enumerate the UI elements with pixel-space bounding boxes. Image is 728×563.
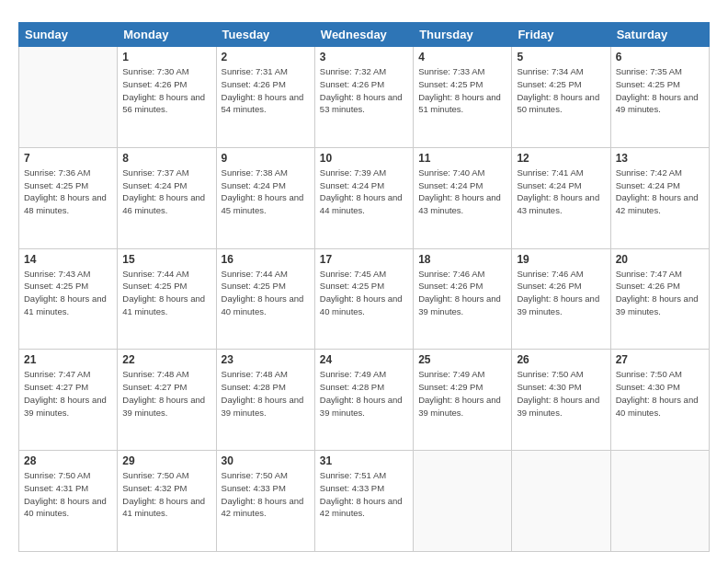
day-number: 10: [320, 152, 408, 165]
calendar-cell: 27Sunrise: 7:50 AMSunset: 4:30 PMDayligh…: [610, 350, 709, 451]
day-info: Sunrise: 7:36 AMSunset: 4:25 PMDaylight:…: [24, 167, 112, 217]
calendar-cell: 4Sunrise: 7:33 AMSunset: 4:25 PMDaylight…: [414, 47, 512, 148]
day-number: 19: [517, 253, 605, 266]
day-number: 11: [418, 152, 506, 165]
day-info: Sunrise: 7:48 AMSunset: 4:28 PMDaylight:…: [222, 368, 310, 419]
day-info: Sunrise: 7:47 AMSunset: 4:27 PMDaylight:…: [24, 368, 112, 419]
calendar-cell: 16Sunrise: 7:44 AMSunset: 4:25 PMDayligh…: [216, 248, 314, 350]
day-number: 7: [24, 152, 112, 165]
day-info: Sunrise: 7:49 AMSunset: 4:28 PMDaylight:…: [320, 368, 408, 419]
calendar-cell: 7Sunrise: 7:36 AMSunset: 4:25 PMDaylight…: [19, 147, 118, 248]
day-number: 26: [517, 353, 605, 366]
day-info: Sunrise: 7:50 AMSunset: 4:32 PMDaylight:…: [122, 469, 210, 520]
calendar-cell: 10Sunrise: 7:39 AMSunset: 4:24 PMDayligh…: [314, 147, 413, 248]
day-number: 23: [222, 353, 310, 366]
day-header-thursday: Thursday: [414, 23, 512, 47]
calendar-cell: 24Sunrise: 7:49 AMSunset: 4:28 PMDayligh…: [314, 350, 413, 451]
calendar-cell: [610, 451, 709, 552]
day-number: 5: [517, 51, 605, 63]
day-header-tuesday: Tuesday: [216, 23, 314, 47]
day-number: 2: [222, 51, 310, 63]
calendar-cell: [512, 451, 610, 552]
calendar-cell: 14Sunrise: 7:43 AMSunset: 4:25 PMDayligh…: [19, 248, 118, 350]
calendar-cell: 19Sunrise: 7:46 AMSunset: 4:26 PMDayligh…: [512, 248, 610, 350]
day-number: 6: [616, 51, 704, 63]
day-info: Sunrise: 7:43 AMSunset: 4:25 PMDaylight:…: [24, 268, 112, 318]
calendar-cell: 29Sunrise: 7:50 AMSunset: 4:32 PMDayligh…: [118, 451, 216, 552]
day-number: 12: [517, 152, 605, 165]
calendar-cell: 15Sunrise: 7:44 AMSunset: 4:25 PMDayligh…: [118, 248, 216, 350]
day-info: Sunrise: 7:51 AMSunset: 4:33 PMDaylight:…: [320, 469, 408, 520]
day-number: 17: [320, 253, 408, 266]
day-info: Sunrise: 7:37 AMSunset: 4:24 PMDaylight:…: [122, 167, 210, 217]
day-info: Sunrise: 7:40 AMSunset: 4:24 PMDaylight:…: [418, 167, 506, 217]
day-info: Sunrise: 7:46 AMSunset: 4:26 PMDaylight:…: [418, 268, 506, 318]
page: General Blue SundayMondayTuesdayWednesda…: [0, 0, 728, 563]
day-number: 20: [616, 253, 704, 266]
day-number: 22: [122, 353, 210, 366]
calendar-cell: 30Sunrise: 7:50 AMSunset: 4:33 PMDayligh…: [216, 451, 314, 552]
day-info: Sunrise: 7:38 AMSunset: 4:24 PMDaylight:…: [222, 167, 310, 217]
calendar-week-2: 7Sunrise: 7:36 AMSunset: 4:25 PMDaylight…: [19, 147, 710, 248]
calendar-cell: 17Sunrise: 7:45 AMSunset: 4:25 PMDayligh…: [314, 248, 413, 350]
calendar-cell: 12Sunrise: 7:41 AMSunset: 4:24 PMDayligh…: [512, 147, 610, 248]
calendar-cell: 22Sunrise: 7:48 AMSunset: 4:27 PMDayligh…: [118, 350, 216, 451]
calendar-cell: 31Sunrise: 7:51 AMSunset: 4:33 PMDayligh…: [314, 451, 413, 552]
calendar-week-3: 14Sunrise: 7:43 AMSunset: 4:25 PMDayligh…: [19, 248, 710, 350]
day-number: 28: [24, 454, 112, 467]
calendar-cell: 23Sunrise: 7:48 AMSunset: 4:28 PMDayligh…: [216, 350, 314, 451]
day-number: 9: [222, 152, 310, 165]
calendar-cell: 26Sunrise: 7:50 AMSunset: 4:30 PMDayligh…: [512, 350, 610, 451]
day-header-sunday: Sunday: [19, 23, 118, 47]
day-info: Sunrise: 7:33 AMSunset: 4:25 PMDaylight:…: [418, 65, 506, 116]
day-number: 1: [122, 51, 210, 63]
day-number: 4: [418, 51, 506, 63]
calendar-cell: 28Sunrise: 7:50 AMSunset: 4:31 PMDayligh…: [19, 451, 118, 552]
calendar-cell: 21Sunrise: 7:47 AMSunset: 4:27 PMDayligh…: [19, 350, 118, 451]
day-number: 25: [418, 353, 506, 366]
day-info: Sunrise: 7:32 AMSunset: 4:26 PMDaylight:…: [320, 65, 408, 116]
day-info: Sunrise: 7:50 AMSunset: 4:30 PMDaylight:…: [517, 368, 605, 419]
day-info: Sunrise: 7:35 AMSunset: 4:25 PMDaylight:…: [616, 65, 704, 116]
day-number: 14: [24, 253, 112, 266]
day-info: Sunrise: 7:34 AMSunset: 4:25 PMDaylight:…: [517, 65, 605, 116]
day-info: Sunrise: 7:48 AMSunset: 4:27 PMDaylight:…: [122, 368, 210, 419]
day-info: Sunrise: 7:50 AMSunset: 4:30 PMDaylight:…: [616, 368, 704, 419]
calendar-week-4: 21Sunrise: 7:47 AMSunset: 4:27 PMDayligh…: [19, 350, 710, 451]
day-info: Sunrise: 7:44 AMSunset: 4:25 PMDaylight:…: [222, 268, 310, 318]
calendar-week-5: 28Sunrise: 7:50 AMSunset: 4:31 PMDayligh…: [19, 451, 710, 552]
day-header-friday: Friday: [512, 23, 610, 47]
day-info: Sunrise: 7:47 AMSunset: 4:26 PMDaylight:…: [616, 268, 704, 318]
calendar-cell: 18Sunrise: 7:46 AMSunset: 4:26 PMDayligh…: [414, 248, 512, 350]
calendar-cell: [19, 47, 118, 148]
calendar-cell: 2Sunrise: 7:31 AMSunset: 4:26 PMDaylight…: [216, 47, 314, 148]
calendar-cell: 13Sunrise: 7:42 AMSunset: 4:24 PMDayligh…: [610, 147, 709, 248]
day-number: 13: [616, 152, 704, 165]
day-number: 30: [222, 454, 310, 467]
calendar-week-1: 1Sunrise: 7:30 AMSunset: 4:26 PMDaylight…: [19, 47, 710, 148]
calendar-cell: 6Sunrise: 7:35 AMSunset: 4:25 PMDaylight…: [610, 47, 709, 148]
calendar-header-row: SundayMondayTuesdayWednesdayThursdayFrid…: [19, 23, 710, 47]
day-header-monday: Monday: [118, 23, 216, 47]
calendar-cell: 8Sunrise: 7:37 AMSunset: 4:24 PMDaylight…: [118, 147, 216, 248]
day-info: Sunrise: 7:39 AMSunset: 4:24 PMDaylight:…: [320, 167, 408, 217]
day-number: 8: [122, 152, 210, 165]
day-info: Sunrise: 7:30 AMSunset: 4:26 PMDaylight:…: [122, 65, 210, 116]
day-info: Sunrise: 7:50 AMSunset: 4:33 PMDaylight:…: [222, 469, 310, 520]
day-number: 27: [616, 353, 704, 366]
day-info: Sunrise: 7:44 AMSunset: 4:25 PMDaylight:…: [122, 268, 210, 318]
day-number: 3: [320, 51, 408, 63]
day-number: 29: [122, 454, 210, 467]
day-number: 21: [24, 353, 112, 366]
day-info: Sunrise: 7:46 AMSunset: 4:26 PMDaylight:…: [517, 268, 605, 318]
calendar-cell: 5Sunrise: 7:34 AMSunset: 4:25 PMDaylight…: [512, 47, 610, 148]
day-info: Sunrise: 7:50 AMSunset: 4:31 PMDaylight:…: [24, 469, 112, 520]
calendar-cell: 1Sunrise: 7:30 AMSunset: 4:26 PMDaylight…: [118, 47, 216, 148]
day-info: Sunrise: 7:31 AMSunset: 4:26 PMDaylight:…: [222, 65, 310, 116]
calendar-cell: 3Sunrise: 7:32 AMSunset: 4:26 PMDaylight…: [314, 47, 413, 148]
day-number: 24: [320, 353, 408, 366]
day-number: 18: [418, 253, 506, 266]
calendar-cell: 20Sunrise: 7:47 AMSunset: 4:26 PMDayligh…: [610, 248, 709, 350]
calendar-cell: 25Sunrise: 7:49 AMSunset: 4:29 PMDayligh…: [414, 350, 512, 451]
calendar-cell: [414, 451, 512, 552]
